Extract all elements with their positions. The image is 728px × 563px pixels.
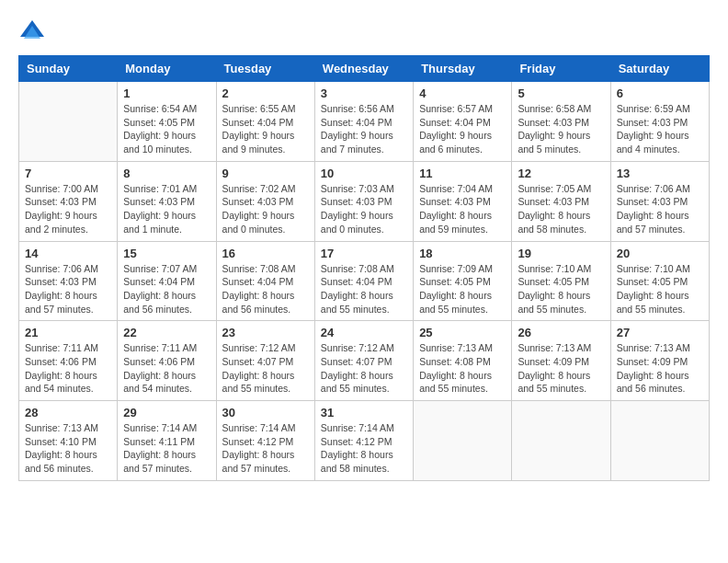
calendar-cell: 28Sunrise: 7:13 AM Sunset: 4:10 PM Dayli… bbox=[19, 401, 118, 481]
calendar-cell: 9Sunrise: 7:02 AM Sunset: 4:03 PM Daylig… bbox=[216, 161, 314, 241]
calendar-week-row: 7Sunrise: 7:00 AM Sunset: 4:03 PM Daylig… bbox=[19, 161, 710, 241]
day-info: Sunrise: 6:58 AM Sunset: 4:03 PM Dayligh… bbox=[518, 102, 604, 156]
day-info: Sunrise: 7:13 AM Sunset: 4:09 PM Dayligh… bbox=[518, 341, 604, 396]
day-info: Sunrise: 7:11 AM Sunset: 4:06 PM Dayligh… bbox=[123, 341, 210, 396]
day-info: Sunrise: 7:13 AM Sunset: 4:10 PM Dayligh… bbox=[25, 421, 111, 476]
day-info: Sunrise: 6:54 AM Sunset: 4:05 PM Dayligh… bbox=[123, 102, 210, 156]
calendar-cell: 24Sunrise: 7:12 AM Sunset: 4:07 PM Dayli… bbox=[314, 321, 413, 401]
calendar-cell: 23Sunrise: 7:12 AM Sunset: 4:07 PM Dayli… bbox=[216, 321, 314, 401]
day-of-week-header: Thursday bbox=[414, 56, 512, 82]
day-number: 30 bbox=[222, 406, 309, 419]
day-info: Sunrise: 6:56 AM Sunset: 4:04 PM Dayligh… bbox=[321, 102, 407, 156]
calendar-cell: 11Sunrise: 7:04 AM Sunset: 4:03 PM Dayli… bbox=[414, 161, 512, 241]
calendar-cell: 17Sunrise: 7:08 AM Sunset: 4:04 PM Dayli… bbox=[314, 241, 413, 321]
calendar-cell: 13Sunrise: 7:06 AM Sunset: 4:03 PM Dayli… bbox=[610, 161, 709, 241]
day-info: Sunrise: 7:06 AM Sunset: 4:03 PM Dayligh… bbox=[25, 262, 111, 316]
day-of-week-header: Friday bbox=[512, 56, 610, 82]
calendar-table: SundayMondayTuesdayWednesdayThursdayFrid… bbox=[18, 55, 710, 481]
day-number: 7 bbox=[25, 167, 111, 180]
logo-icon bbox=[18, 18, 46, 46]
day-info: Sunrise: 7:10 AM Sunset: 4:05 PM Dayligh… bbox=[518, 262, 604, 316]
day-info: Sunrise: 6:57 AM Sunset: 4:04 PM Dayligh… bbox=[419, 102, 506, 156]
calendar-cell: 25Sunrise: 7:13 AM Sunset: 4:08 PM Dayli… bbox=[414, 321, 512, 401]
day-of-week-header: Sunday bbox=[19, 56, 118, 82]
day-of-week-header: Wednesday bbox=[314, 56, 413, 82]
calendar-cell: 8Sunrise: 7:01 AM Sunset: 4:03 PM Daylig… bbox=[118, 161, 216, 241]
calendar-cell: 4Sunrise: 6:57 AM Sunset: 4:04 PM Daylig… bbox=[414, 82, 512, 162]
day-info: Sunrise: 7:14 AM Sunset: 4:12 PM Dayligh… bbox=[321, 421, 407, 476]
calendar-cell: 2Sunrise: 6:55 AM Sunset: 4:04 PM Daylig… bbox=[216, 82, 314, 162]
day-number: 4 bbox=[419, 86, 506, 100]
day-info: Sunrise: 7:13 AM Sunset: 4:08 PM Dayligh… bbox=[419, 341, 506, 396]
calendar-cell bbox=[414, 401, 512, 481]
day-info: Sunrise: 6:55 AM Sunset: 4:04 PM Dayligh… bbox=[222, 102, 309, 156]
calendar-cell: 30Sunrise: 7:14 AM Sunset: 4:12 PM Dayli… bbox=[216, 401, 314, 481]
day-number: 6 bbox=[617, 86, 703, 100]
calendar-cell: 31Sunrise: 7:14 AM Sunset: 4:12 PM Dayli… bbox=[314, 401, 413, 481]
calendar-cell: 26Sunrise: 7:13 AM Sunset: 4:09 PM Dayli… bbox=[512, 321, 610, 401]
day-number: 29 bbox=[123, 406, 210, 419]
day-info: Sunrise: 7:14 AM Sunset: 4:12 PM Dayligh… bbox=[222, 421, 309, 476]
day-number: 14 bbox=[25, 247, 111, 260]
calendar-week-row: 21Sunrise: 7:11 AM Sunset: 4:06 PM Dayli… bbox=[19, 321, 710, 401]
day-info: Sunrise: 7:08 AM Sunset: 4:04 PM Dayligh… bbox=[222, 262, 309, 316]
day-number: 10 bbox=[321, 167, 407, 180]
calendar-header-row: SundayMondayTuesdayWednesdayThursdayFrid… bbox=[19, 56, 710, 82]
day-number: 8 bbox=[123, 167, 210, 180]
day-info: Sunrise: 7:07 AM Sunset: 4:04 PM Dayligh… bbox=[123, 262, 210, 316]
calendar-cell: 19Sunrise: 7:10 AM Sunset: 4:05 PM Dayli… bbox=[512, 241, 610, 321]
day-info: Sunrise: 7:12 AM Sunset: 4:07 PM Dayligh… bbox=[321, 341, 407, 396]
calendar-cell: 15Sunrise: 7:07 AM Sunset: 4:04 PM Dayli… bbox=[118, 241, 216, 321]
day-number: 28 bbox=[25, 406, 111, 419]
day-of-week-header: Tuesday bbox=[216, 56, 314, 82]
day-number: 15 bbox=[123, 247, 210, 260]
day-number: 18 bbox=[419, 247, 506, 260]
day-number: 26 bbox=[518, 326, 604, 339]
calendar-week-row: 14Sunrise: 7:06 AM Sunset: 4:03 PM Dayli… bbox=[19, 241, 710, 321]
calendar-cell: 3Sunrise: 6:56 AM Sunset: 4:04 PM Daylig… bbox=[314, 82, 413, 162]
calendar-cell bbox=[19, 82, 118, 162]
day-number: 16 bbox=[222, 247, 309, 260]
calendar-cell: 21Sunrise: 7:11 AM Sunset: 4:06 PM Dayli… bbox=[19, 321, 118, 401]
day-info: Sunrise: 6:59 AM Sunset: 4:03 PM Dayligh… bbox=[617, 102, 703, 156]
day-number: 27 bbox=[617, 326, 703, 339]
calendar-cell: 22Sunrise: 7:11 AM Sunset: 4:06 PM Dayli… bbox=[118, 321, 216, 401]
day-number: 3 bbox=[321, 86, 407, 100]
calendar-cell: 7Sunrise: 7:00 AM Sunset: 4:03 PM Daylig… bbox=[19, 161, 118, 241]
day-info: Sunrise: 7:11 AM Sunset: 4:06 PM Dayligh… bbox=[25, 341, 111, 396]
calendar-cell: 18Sunrise: 7:09 AM Sunset: 4:05 PM Dayli… bbox=[414, 241, 512, 321]
day-info: Sunrise: 7:04 AM Sunset: 4:03 PM Dayligh… bbox=[419, 182, 506, 236]
day-of-week-header: Monday bbox=[118, 56, 216, 82]
day-info: Sunrise: 7:05 AM Sunset: 4:03 PM Dayligh… bbox=[518, 182, 604, 236]
calendar-cell: 27Sunrise: 7:13 AM Sunset: 4:09 PM Dayli… bbox=[610, 321, 709, 401]
day-number: 12 bbox=[518, 167, 604, 180]
calendar-cell bbox=[610, 401, 709, 481]
day-number: 20 bbox=[617, 247, 703, 260]
calendar-cell: 6Sunrise: 6:59 AM Sunset: 4:03 PM Daylig… bbox=[610, 82, 709, 162]
day-info: Sunrise: 7:14 AM Sunset: 4:11 PM Dayligh… bbox=[123, 421, 210, 476]
calendar-cell: 16Sunrise: 7:08 AM Sunset: 4:04 PM Dayli… bbox=[216, 241, 314, 321]
calendar-cell: 10Sunrise: 7:03 AM Sunset: 4:03 PM Dayli… bbox=[314, 161, 413, 241]
day-info: Sunrise: 7:01 AM Sunset: 4:03 PM Dayligh… bbox=[123, 182, 210, 236]
day-number: 31 bbox=[321, 406, 407, 419]
day-number: 11 bbox=[419, 167, 506, 180]
page-header bbox=[18, 18, 710, 46]
day-info: Sunrise: 7:06 AM Sunset: 4:03 PM Dayligh… bbox=[617, 182, 703, 236]
calendar-cell: 29Sunrise: 7:14 AM Sunset: 4:11 PM Dayli… bbox=[118, 401, 216, 481]
day-info: Sunrise: 7:09 AM Sunset: 4:05 PM Dayligh… bbox=[419, 262, 506, 316]
calendar-cell bbox=[512, 401, 610, 481]
day-info: Sunrise: 7:10 AM Sunset: 4:05 PM Dayligh… bbox=[617, 262, 703, 316]
logo bbox=[18, 18, 50, 46]
day-number: 21 bbox=[25, 326, 111, 339]
calendar-cell: 12Sunrise: 7:05 AM Sunset: 4:03 PM Dayli… bbox=[512, 161, 610, 241]
day-number: 25 bbox=[419, 326, 506, 339]
day-number: 19 bbox=[518, 247, 604, 260]
day-info: Sunrise: 7:13 AM Sunset: 4:09 PM Dayligh… bbox=[617, 341, 703, 396]
day-info: Sunrise: 7:02 AM Sunset: 4:03 PM Dayligh… bbox=[222, 182, 309, 236]
day-number: 5 bbox=[518, 86, 604, 100]
calendar-cell: 5Sunrise: 6:58 AM Sunset: 4:03 PM Daylig… bbox=[512, 82, 610, 162]
day-number: 1 bbox=[123, 86, 210, 100]
calendar-cell: 1Sunrise: 6:54 AM Sunset: 4:05 PM Daylig… bbox=[118, 82, 216, 162]
day-number: 24 bbox=[321, 326, 407, 339]
day-of-week-header: Saturday bbox=[610, 56, 709, 82]
